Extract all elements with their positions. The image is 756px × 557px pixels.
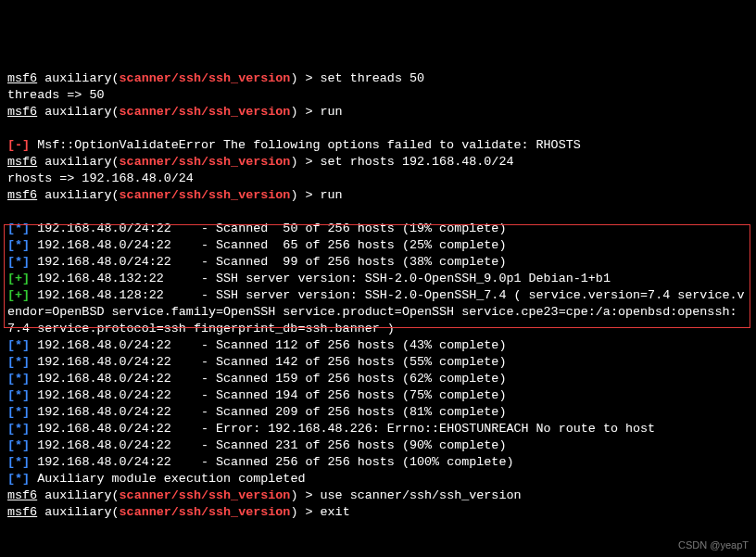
- star-open: [: [7, 355, 15, 369]
- star-open: [: [7, 222, 15, 235]
- echo-threads: threads => 50: [7, 88, 104, 102]
- prompt-msf6: msf6: [7, 155, 37, 169]
- prompt-msf6: msf6: [7, 71, 37, 85]
- scan-line: 192.168.48.0/24:22 - Scanned 231 of 256 …: [30, 438, 506, 452]
- star-close: ]: [22, 222, 30, 235]
- prompt-close: ) >: [290, 155, 320, 169]
- plus-close: ]: [22, 272, 30, 285]
- prompt-close: ) >: [290, 71, 320, 85]
- scan-line: 192.168.48.0/24:22 - Scanned 50 of 256 h…: [30, 222, 506, 235]
- star-close: ]: [22, 438, 30, 452]
- star-close: ]: [22, 405, 30, 419]
- star-open: [: [7, 438, 15, 452]
- scan-line: 192.168.48.0/24:22 - Scanned 112 of 256 …: [30, 338, 506, 352]
- star-open: [: [7, 238, 15, 252]
- prompt-aux: auxiliary(: [37, 188, 119, 202]
- star-close: ]: [22, 255, 30, 269]
- star-close: ]: [22, 238, 30, 252]
- plus-close: ]: [22, 288, 30, 302]
- aux-done: Auxiliary module execution completed: [30, 472, 305, 486]
- cmd-run: run: [321, 105, 343, 119]
- star-open: [: [7, 472, 15, 486]
- cmd-run-2: run: [321, 188, 343, 202]
- star-icon: *: [15, 255, 22, 269]
- star-icon: *: [15, 472, 22, 486]
- prompt-module: scanner/ssh/ssh_version: [120, 155, 291, 169]
- star-icon: *: [15, 355, 22, 369]
- star-open: [: [7, 338, 15, 352]
- prompt-module: scanner/ssh/ssh_version: [120, 505, 291, 519]
- error-msg: Msf::OptionValidateError The following o…: [30, 138, 581, 152]
- prompt-close: ) >: [290, 105, 320, 119]
- star-close: ]: [22, 355, 30, 369]
- star-icon: *: [15, 438, 22, 452]
- star-icon: *: [15, 405, 22, 419]
- plus-open: [: [7, 288, 15, 302]
- star-open: [: [7, 405, 15, 419]
- scan-line: 192.168.48.0/24:22 - Scanned 194 of 256 …: [30, 388, 506, 402]
- prompt-msf6: msf6: [7, 105, 37, 119]
- star-open: [: [7, 255, 15, 269]
- star-close: ]: [22, 422, 30, 436]
- prompt-msf6: msf6: [7, 488, 37, 502]
- ssh-found-2: 192.168.48.128:22 - SSH server version: …: [7, 288, 745, 335]
- star-icon: *: [15, 455, 22, 469]
- star-close: ]: [22, 338, 30, 352]
- star-icon: *: [15, 238, 22, 252]
- error-tag: [-]: [7, 138, 30, 152]
- echo-rhosts: rhosts => 192.168.48.0/24: [7, 171, 194, 185]
- cmd-exit: exit: [321, 505, 350, 519]
- prompt-aux: auxiliary(: [37, 105, 119, 119]
- prompt-module: scanner/ssh/ssh_version: [120, 488, 291, 502]
- star-close: ]: [22, 472, 30, 486]
- scan-line: 192.168.48.0/24:22 - Scanned 256 of 256 …: [30, 455, 513, 469]
- watermark: CSDN @yeapT: [678, 537, 749, 553]
- star-open: [: [7, 455, 15, 469]
- star-open: [: [7, 422, 15, 436]
- cmd-use: use scanner/ssh/ssh_version: [321, 488, 522, 502]
- scan-line: 192.168.48.0/24:22 - Scanned 159 of 256 …: [30, 372, 506, 386]
- cmd-set-rhosts: set rhosts 192.168.48.0/24: [321, 155, 514, 169]
- star-open: [: [7, 388, 15, 402]
- prompt-module: scanner/ssh/ssh_version: [120, 105, 291, 119]
- plus-open: [: [7, 272, 15, 285]
- prompt-close: ) >: [290, 505, 320, 519]
- prompt-msf6: msf6: [7, 505, 37, 519]
- prompt-aux: auxiliary(: [37, 155, 119, 169]
- plus-icon: +: [15, 272, 22, 285]
- scan-line: 192.168.48.0/24:22 - Scanned 99 of 256 h…: [30, 255, 506, 269]
- scan-line: 192.168.48.0/24:22 - Error: 192.168.48.2…: [30, 422, 655, 436]
- star-icon: *: [15, 222, 22, 235]
- prompt-close: ) >: [290, 188, 320, 202]
- prompt-module: scanner/ssh/ssh_version: [120, 188, 291, 202]
- prompt-aux: auxiliary(: [37, 488, 119, 502]
- star-icon: *: [15, 388, 22, 402]
- terminal-output[interactable]: msf6 auxiliary(scanner/ssh/ssh_version) …: [7, 70, 750, 521]
- star-close: ]: [22, 388, 30, 402]
- prompt-module: scanner/ssh/ssh_version: [120, 71, 291, 85]
- scan-line: 192.168.48.0/24:22 - Scanned 209 of 256 …: [30, 405, 506, 419]
- star-icon: *: [15, 422, 22, 436]
- star-icon: *: [15, 338, 22, 352]
- cmd-set-threads: set threads 50: [321, 71, 425, 85]
- prompt-close: ) >: [290, 488, 320, 502]
- ssh-found-1: 192.168.48.132:22 - SSH server version: …: [30, 272, 611, 285]
- star-close: ]: [22, 372, 30, 386]
- scan-line: 192.168.48.0/24:22 - Scanned 142 of 256 …: [30, 355, 506, 369]
- prompt-aux: auxiliary(: [37, 71, 119, 85]
- star-close: ]: [22, 455, 30, 469]
- star-open: [: [7, 372, 15, 386]
- prompt-msf6: msf6: [7, 188, 37, 202]
- plus-icon: +: [15, 288, 22, 302]
- star-icon: *: [15, 372, 22, 386]
- scan-line: 192.168.48.0/24:22 - Scanned 65 of 256 h…: [30, 238, 506, 252]
- prompt-aux: auxiliary(: [37, 505, 119, 519]
